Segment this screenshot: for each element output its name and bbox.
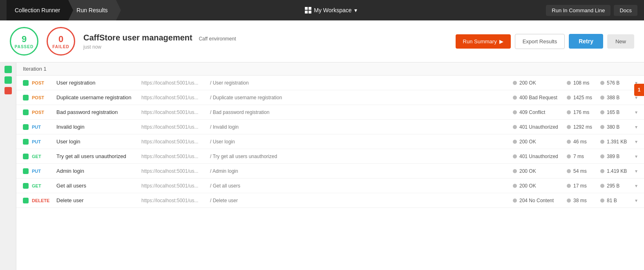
status-text: 401 Unauthorized [519, 154, 564, 159]
run-summary-button[interactable]: Run Summary ▶ [456, 34, 511, 49]
table-row[interactable]: DELETE Delete user https://localhost:500… [16, 193, 644, 208]
table-row[interactable]: POST Bad password registration https://l… [16, 105, 644, 120]
request-name: Delete user [56, 197, 138, 203]
status-text: 200 OK [519, 183, 564, 189]
chevron-down-icon[interactable]: ▾ [635, 139, 637, 145]
breadcrumb: Collection Runner Run Results [7, 0, 116, 20]
retry-button[interactable]: Retry [569, 34, 603, 49]
size-text: 1.419 KB [607, 168, 629, 174]
workspace-selector[interactable]: My Workspace ▾ [300, 4, 362, 16]
table-row[interactable]: PUT User login https://localhost:5001/us… [16, 134, 644, 149]
size-indicator [600, 125, 604, 129]
response-indicator [513, 125, 517, 129]
status-text: 409 Conflict [519, 109, 564, 115]
time-text: 1425 ms [573, 95, 598, 100]
table-row[interactable]: GET Try get all users unauthorized https… [16, 149, 644, 164]
request-url: https://localhost:5001/us... [141, 183, 207, 189]
status-text: 200 OK [519, 168, 564, 174]
environment-badge: Caff environment [199, 36, 236, 42]
size-indicator [600, 154, 604, 158]
method-badge: POST [32, 110, 53, 115]
status-dot [23, 95, 29, 100]
status-text: 204 No Content [519, 198, 564, 203]
table-row[interactable]: PUT Invalid login https://localhost:5001… [16, 120, 644, 134]
time-text: 54 ms [573, 168, 598, 174]
status-dot [23, 183, 29, 189]
response-indicator [513, 184, 517, 188]
time-indicator [567, 154, 571, 158]
time-indicator [567, 199, 571, 203]
method-badge: POST [32, 95, 53, 100]
grid-icon [305, 7, 311, 13]
docs-button[interactable]: Docs [614, 5, 637, 16]
time-text: 108 ms [573, 80, 598, 86]
sidebar [0, 62, 16, 270]
table-row[interactable]: POST User registration https://localhost… [16, 76, 644, 90]
request-name: Get all users [56, 183, 138, 189]
chevron-down-icon: ▾ [354, 7, 357, 13]
request-name: User login [56, 138, 138, 145]
response-indicator [513, 199, 517, 203]
run-command-line-button[interactable]: Run In Command Line [546, 5, 610, 16]
nav-run-results[interactable]: Run Results [68, 0, 116, 20]
status-section: 200 OK 46 ms 1.391 KB ▾ [513, 139, 637, 145]
size-text: 388 B [607, 95, 629, 100]
results-area: Iteration 1 POST User registration https… [16, 62, 644, 270]
status-section: 401 Unauthorized 7 ms 389 B ▾ [513, 154, 637, 159]
status-dot [23, 124, 29, 130]
time-indicator [567, 110, 571, 114]
chevron-down-icon[interactable]: ▾ [635, 109, 637, 115]
response-indicator [513, 81, 517, 85]
timestamp: just now [83, 44, 447, 50]
sidebar-dot-3 [4, 87, 12, 94]
status-dot [23, 168, 29, 174]
time-text: 176 ms [573, 109, 598, 115]
request-path: / Get all users [210, 183, 510, 189]
time-indicator [567, 140, 571, 144]
request-path: / User login [210, 139, 510, 145]
status-section: 400 Bad Request 1425 ms 388 B ▾ [513, 95, 637, 100]
status-section: 409 Conflict 176 ms 165 B ▾ [513, 109, 637, 115]
collection-info: CaffStore user management Caff environme… [83, 33, 447, 50]
request-url: https://localhost:5001/us... [141, 154, 207, 159]
chevron-down-icon[interactable]: ▾ [635, 154, 637, 159]
status-text: 200 OK [519, 139, 564, 145]
table-row[interactable]: GET Get all users https://localhost:5001… [16, 179, 644, 193]
summary-header: 9 PASSED 0 FAILED CaffStore user managem… [0, 20, 644, 62]
chevron-down-icon[interactable]: ▾ [635, 168, 637, 174]
time-text: 38 ms [573, 198, 598, 203]
request-path: / User registration [210, 80, 510, 86]
sidebar-dot-1 [4, 66, 12, 73]
request-path: / Bad password registration [210, 109, 510, 115]
request-name: Duplicate username registration [56, 94, 138, 100]
request-name: Invalid login [56, 124, 138, 130]
size-indicator [600, 110, 604, 114]
nav-collection-runner[interactable]: Collection Runner [7, 0, 68, 20]
status-text: 401 Unauthorized [519, 124, 564, 130]
status-section: 200 OK 108 ms 576 B ▾ [513, 80, 637, 86]
status-dot [23, 139, 29, 145]
response-indicator [513, 169, 517, 173]
size-indicator [600, 184, 604, 188]
request-path: / Delete user [210, 198, 510, 203]
request-path: / Invalid login [210, 124, 510, 130]
iteration-tab[interactable]: 1 [634, 84, 644, 96]
chevron-down-icon[interactable]: ▾ [635, 198, 637, 203]
request-url: https://localhost:5001/us... [141, 198, 207, 203]
size-indicator [600, 199, 604, 203]
time-text: 46 ms [573, 139, 598, 145]
chevron-down-icon[interactable]: ▾ [635, 124, 637, 130]
nav-center: My Workspace ▾ [116, 4, 546, 16]
method-badge: PUT [32, 169, 53, 174]
request-url: https://localhost:5001/us... [141, 95, 207, 100]
new-button[interactable]: New [607, 34, 634, 49]
status-section: 401 Unauthorized 1292 ms 380 B ▾ [513, 124, 637, 130]
top-navigation: Collection Runner Run Results My Workspa… [0, 0, 644, 20]
size-text: 295 B [607, 183, 629, 189]
table-row[interactable]: POST Duplicate username registration htt… [16, 90, 644, 105]
export-results-button[interactable]: Export Results [515, 34, 565, 49]
time-indicator [567, 169, 571, 173]
chevron-down-icon[interactable]: ▾ [635, 183, 637, 189]
table-row[interactable]: PUT Admin login https://localhost:5001/u… [16, 164, 644, 179]
request-path: / Duplicate username registration [210, 95, 510, 100]
